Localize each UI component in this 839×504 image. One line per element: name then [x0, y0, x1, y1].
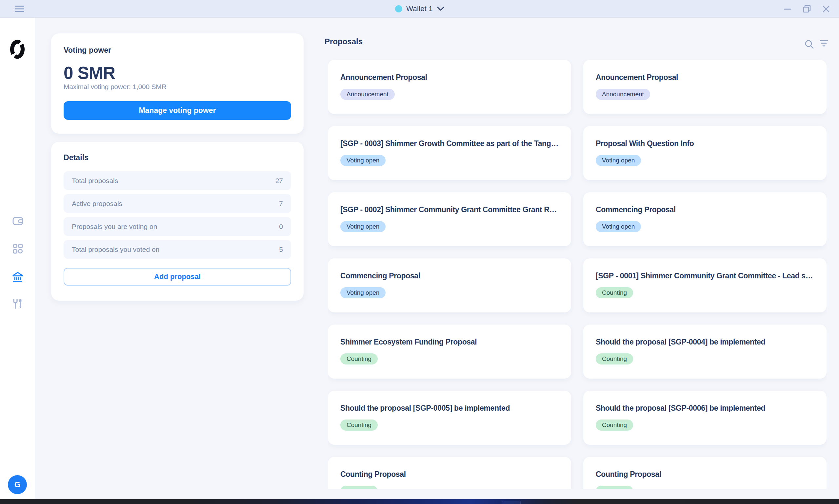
proposal-card[interactable]: [SGP - 0001] Shimmer Community Grant Com…	[583, 258, 826, 312]
app-window: Wallet 1	[0, 0, 839, 504]
search-icon[interactable]	[804, 39, 814, 49]
proposal-card[interactable]: Should the proposal [SGP-0004] be implem…	[583, 325, 826, 379]
proposal-status-badge: Counting	[596, 287, 633, 298]
proposals-title: Proposals	[325, 37, 363, 46]
proposal-title: [SGP - 0001] Shimmer Community Grant Com…	[596, 272, 816, 280]
proposal-status-badge: Announcement	[596, 89, 650, 100]
wallet-status-dot	[395, 5, 402, 13]
restore-button[interactable]	[803, 4, 811, 13]
window-controls	[784, 0, 830, 18]
proposal-title: [SGP - 0002] Shimmer Community Grant Com…	[340, 206, 560, 214]
voting-power-max: Maximal voting power: 1,000 SMR	[64, 83, 167, 91]
details-row-value: 7	[279, 200, 283, 208]
proposal-status-badge: Counting	[340, 353, 378, 364]
proposal-title: Counting Proposal	[340, 470, 560, 479]
proposal-card[interactable]: Shimmer Ecosystem Funding Proposal Count…	[328, 325, 571, 379]
details-row: Proposals you are voting on 0	[64, 217, 291, 236]
voting-power-title: Voting power	[64, 47, 111, 54]
wallet-switcher[interactable]: Wallet 1	[395, 0, 444, 18]
filter-icon[interactable]	[819, 39, 828, 48]
proposal-card[interactable]: Counting Proposal Counting	[328, 457, 571, 489]
sidebar-item-governance[interactable]	[12, 271, 23, 282]
main-content: Voting power 0 SMR Maximal voting power:…	[35, 18, 839, 499]
proposal-status-badge: Voting open	[596, 221, 641, 232]
proposal-status-badge: Voting open	[596, 155, 641, 166]
sidebar-item-settings[interactable]	[12, 298, 23, 309]
proposal-card[interactable]: Should the proposal [SGP-0005] be implem…	[328, 391, 571, 445]
add-proposal-button[interactable]: Add proposal	[64, 268, 291, 286]
proposal-card[interactable]: [SGP - 0002] Shimmer Community Grant Com…	[328, 192, 571, 246]
proposals-header-icons	[804, 39, 828, 49]
profile-avatar[interactable]: G	[8, 475, 27, 494]
proposal-title: Counting Proposal	[596, 470, 816, 479]
proposal-title: Announcement Proposal	[340, 73, 560, 82]
proposal-status-badge: Voting open	[340, 287, 386, 298]
proposal-status-badge: Counting	[596, 353, 633, 364]
voting-power-card: Voting power 0 SMR Maximal voting power:…	[51, 33, 304, 133]
chevron-down-icon	[437, 6, 444, 11]
proposal-card[interactable]: Commencing Proposal Voting open	[328, 258, 571, 312]
manage-voting-power-button[interactable]: Manage voting power	[64, 101, 291, 120]
details-row-value: 27	[275, 177, 283, 185]
details-row-value: 0	[279, 223, 283, 231]
proposal-title: Shimmer Ecosystem Funding Proposal	[340, 338, 560, 346]
details-card: Details Total proposals 27 Active propos…	[51, 142, 304, 301]
proposal-title: Should the proposal [SGP-0004] be implem…	[596, 338, 816, 346]
proposal-card[interactable]: Proposal With Question Info Voting open	[583, 126, 826, 180]
shimmer-logo-icon	[10, 40, 24, 60]
wallet-title: Wallet 1	[406, 4, 432, 13]
proposal-card[interactable]: Anouncement Proposal Announcement	[583, 60, 826, 114]
details-row-label: Active proposals	[72, 200, 122, 208]
proposal-card[interactable]: Counting Proposal Counting	[583, 457, 826, 489]
voting-power-amount: 0 SMR	[64, 64, 115, 82]
proposal-title: [SGP - 0003] Shimmer Growth Committee as…	[340, 140, 560, 148]
details-row-label: Total proposals you voted on	[72, 246, 159, 253]
sidebar-item-wallet[interactable]	[12, 215, 23, 227]
proposal-title: Commencing Proposal	[340, 272, 560, 280]
proposal-status-badge: Voting open	[340, 221, 386, 232]
proposal-title: Should the proposal [SGP-0006] be implem…	[596, 404, 816, 412]
details-row-label: Proposals you are voting on	[72, 223, 157, 231]
proposals-grid: Announcement Proposal Announcement Anoun…	[328, 60, 826, 489]
menu-icon[interactable]	[15, 5, 24, 13]
proposal-card[interactable]: Commencing Proposal Voting open	[583, 192, 826, 246]
proposal-status-badge: Counting	[340, 419, 378, 431]
proposal-title: Anouncement Proposal	[596, 73, 816, 82]
sidebar: G	[0, 18, 35, 499]
proposal-title: Commencing Proposal	[596, 206, 816, 214]
proposal-card[interactable]: [SGP - 0003] Shimmer Growth Committee as…	[328, 126, 571, 180]
proposal-status-badge: Announcement	[340, 89, 395, 100]
proposal-card[interactable]: Announcement Proposal Announcement	[328, 60, 571, 114]
details-row: Total proposals 27	[64, 171, 291, 190]
proposal-card[interactable]: Should the proposal [SGP-0006] be implem…	[583, 391, 826, 445]
details-rows: Total proposals 27 Active proposals 7 Pr…	[64, 171, 291, 259]
close-button[interactable]	[822, 5, 830, 13]
details-title: Details	[64, 154, 291, 161]
details-row: Total proposals you voted on 5	[64, 240, 291, 259]
proposal-status-badge: Counting	[596, 486, 633, 489]
details-row-value: 5	[279, 246, 283, 253]
details-row: Active proposals 7	[64, 194, 291, 213]
title-bar: Wallet 1	[0, 0, 839, 18]
desktop-taskbar	[0, 499, 839, 504]
proposal-title: Should the proposal [SGP-0005] be implem…	[340, 404, 560, 412]
proposal-status-badge: Voting open	[340, 155, 386, 166]
avatar-initial: G	[14, 480, 21, 489]
minimize-button[interactable]	[784, 5, 792, 13]
proposal-title: Proposal With Question Info	[596, 140, 816, 148]
proposal-status-badge: Counting	[596, 419, 633, 431]
taskbar-button[interactable]	[502, 501, 521, 504]
sidebar-item-collectibles[interactable]	[12, 243, 23, 254]
details-row-label: Total proposals	[72, 177, 118, 185]
proposal-status-badge: Counting	[340, 486, 378, 489]
